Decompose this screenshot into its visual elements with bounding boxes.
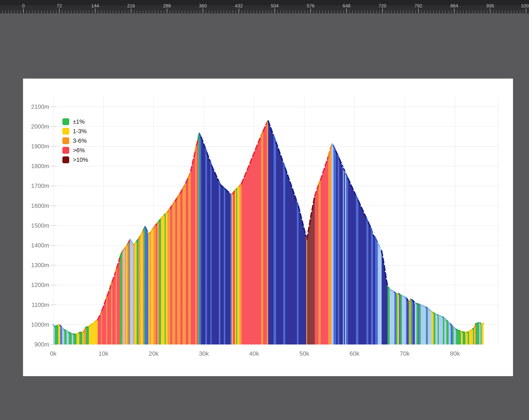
gradient-segment-lb (444, 318, 446, 344)
gradient-segment-g (73, 334, 77, 344)
gradient-segment-o (116, 268, 117, 344)
legend-swatch-icon (62, 128, 69, 135)
y-axis-label: 1000m (31, 321, 49, 328)
gradient-segment-o (143, 230, 144, 344)
gradient-segment-y (237, 186, 240, 344)
gradient-segment-y (161, 214, 165, 344)
gradient-segment-y (151, 228, 153, 344)
gradient-segment-o (133, 244, 134, 344)
gradient-segment-g (443, 317, 444, 344)
legend: ±1%1-3%3-6%>6%>10% (62, 118, 88, 163)
x-axis-labels: 0k10k20k30k40k50k60k70k80k (50, 350, 460, 357)
legend-item-3[interactable]: 3-6% (62, 137, 87, 144)
legend-item-5[interactable]: >10% (62, 157, 88, 163)
elevation-area-segments (53, 121, 484, 344)
gradient-segment-b (230, 194, 232, 345)
y-axis-label: 1900m (31, 143, 49, 150)
gradient-segment-g (79, 332, 82, 344)
gradient-segment-b (283, 163, 285, 344)
gradient-segment-o (409, 299, 411, 344)
ruler-label: 504 (271, 3, 278, 8)
gradient-segment-y (474, 327, 475, 344)
y-axis-label: 2100m (31, 103, 49, 110)
gradient-segment-y (141, 232, 143, 344)
gradient-segment-g (438, 315, 439, 344)
gradient-segment-b (450, 324, 452, 345)
gradient-segment-b (145, 227, 148, 344)
ruler-label: 792 (414, 3, 422, 8)
ruler-label: 0 (22, 3, 25, 8)
gradient-segment-o (177, 193, 180, 344)
gradient-segment-lb (123, 249, 125, 344)
y-axis-label: 1600m (31, 202, 49, 209)
gradient-segment-g (447, 320, 449, 344)
x-axis-label: 10k (99, 350, 109, 357)
gradient-segment-b (426, 307, 427, 344)
gradient-segment-o (157, 221, 159, 344)
legend-swatch-icon (62, 147, 69, 154)
gradient-segment-o (125, 247, 126, 344)
gradient-segment-lb (402, 296, 406, 344)
x-axis-label: 50k (299, 350, 309, 357)
gradient-segment-b (333, 146, 336, 344)
legend-item-2[interactable]: 1-3% (62, 128, 87, 135)
ruler-label: 648 (343, 3, 350, 8)
gradient-segment-b (199, 133, 201, 344)
legend-swatch-icon (62, 118, 69, 125)
gradient-segment-b (338, 155, 339, 344)
gradient-segment-o (127, 243, 128, 344)
x-axis-label: 30k (199, 350, 209, 357)
y-axis-label: 2000m (31, 123, 49, 130)
gradient-segment-b (406, 298, 407, 344)
gradient-segment-g (396, 293, 397, 344)
x-axis-label: 80k (450, 350, 460, 357)
x-axis-label: 40k (249, 350, 259, 357)
gradient-segment-g (416, 303, 418, 344)
legend-swatch-icon (62, 157, 69, 163)
y-axis-label: 1400m (31, 242, 49, 249)
gradient-segment-y (397, 293, 399, 344)
gradient-segment-o (106, 296, 107, 344)
gradient-segment-n (220, 185, 224, 344)
horizontal-ruler[interactable]: 0721442162883604325045766487207928649361… (0, 0, 529, 13)
y-axis-label: 1700m (31, 183, 49, 189)
gradient-segment-b (356, 196, 358, 345)
gradient-segment-n (212, 166, 219, 344)
gradient-segment-b (205, 148, 207, 344)
gradient-segment-g (128, 241, 129, 344)
elevation-chart-card: 900m1000m1100m1200m1300m1400m1500m1600m1… (23, 79, 513, 376)
gradient-segment-r (170, 205, 172, 344)
gradient-segment-n (373, 235, 375, 344)
gradient-segment-o (183, 183, 186, 344)
ruler-label: 72 (57, 3, 62, 8)
ruler-labels: 0721442162883604325045766487207928649361… (22, 3, 529, 8)
legend-item-1[interactable]: ±1% (62, 118, 85, 125)
gradient-segment-lb (130, 239, 133, 344)
elevation-profile-chart[interactable]: 900m1000m1100m1200m1300m1400m1500m1600m1… (23, 79, 513, 376)
gradient-segment-g (55, 325, 58, 344)
gradient-segment-lb (72, 333, 73, 344)
x-axis-label: 70k (400, 350, 410, 357)
ruler-label: 432 (235, 3, 243, 8)
gradient-segment-n (285, 168, 297, 344)
gradient-segment-g (388, 287, 390, 344)
gradient-segment-r (315, 185, 319, 344)
legend-item-4[interactable]: >6% (62, 147, 85, 154)
gradient-segment-r (263, 123, 267, 344)
gradient-segment-lb (435, 314, 438, 344)
x-axis-label: 60k (350, 350, 360, 357)
gradient-segment-n (336, 151, 338, 345)
x-axis-label: 0k (50, 350, 57, 357)
legend-label: 3-6% (73, 137, 87, 144)
gradient-segment-b (395, 292, 396, 344)
gradient-segment-y (482, 323, 484, 344)
gradient-segment-b (274, 136, 276, 344)
gradient-segment-lb (343, 167, 344, 344)
ruler-label: 216 (127, 3, 135, 8)
gradient-segment-m (307, 196, 315, 345)
gradient-segment-n (299, 207, 306, 344)
gradient-segment-b (412, 300, 413, 344)
gradient-segment-r (112, 272, 116, 345)
gradient-segment-y (235, 189, 236, 344)
gradient-segment-b (399, 294, 400, 344)
